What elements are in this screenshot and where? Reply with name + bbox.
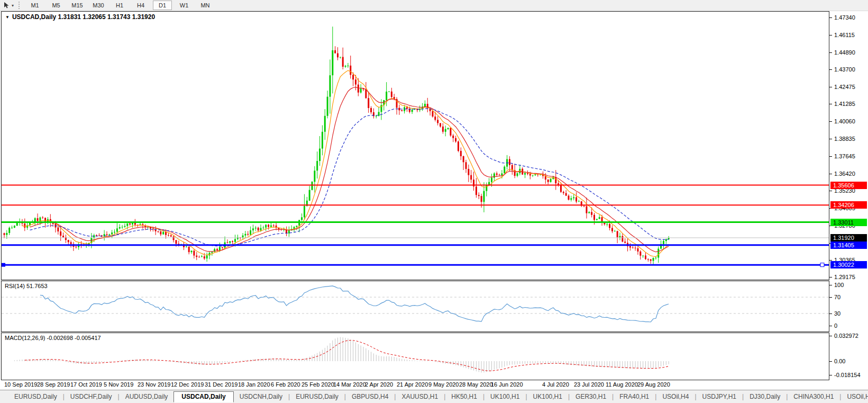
bear-candle [188, 247, 190, 252]
timeframe-button-m1[interactable]: M1 [26, 1, 44, 10]
timeframe-button-m15[interactable]: M15 [68, 1, 86, 10]
time-axis[interactable]: 10 Sep 201928 Sep 201917 Oct 20195 Nov 2… [0, 380, 868, 390]
bull-candle [657, 248, 659, 257]
price-axis[interactable]: 1.473401.461151.448901.437001.424751.412… [829, 11, 868, 380]
bull-candle [270, 226, 272, 227]
date-label: 9 May 2020 [428, 381, 459, 388]
chart-tab-usoil-h4[interactable]: USOil,H4 [656, 391, 695, 402]
bull-candle [252, 228, 254, 230]
bull-candle [345, 66, 346, 67]
bear-candle [563, 192, 564, 193]
date-label: 21 Apr 2020 [397, 381, 428, 388]
chart-tab-xauusd-h1[interactable]: XAUUSD,H1 [396, 391, 444, 402]
bull-candle [132, 223, 133, 225]
chart-tab-uk100-h1[interactable]: UK100,H1 [485, 391, 525, 402]
bull-candle [501, 173, 502, 175]
price-tick-label: 1.41285 [834, 101, 855, 108]
bull-candle [186, 247, 187, 247]
toolbar-grip-handle[interactable] [19, 2, 22, 9]
bear-candle [645, 256, 646, 259]
price-tick-label: 1.44890 [834, 49, 855, 56]
bull-candle [524, 173, 526, 175]
macd-indicator-panel[interactable]: MACD(12,26,9) -0.002698 -0.005417 [1, 333, 829, 380]
timeframe-button-mn[interactable]: MN [196, 1, 214, 10]
bull-candle [11, 228, 13, 228]
bull-candle [332, 50, 333, 75]
bull-candle [486, 185, 487, 191]
price-level-label: 1.33011 [830, 219, 867, 226]
bear-candle [247, 234, 249, 235]
date-label: 28 Sep 2019 [37, 381, 70, 388]
rsi-indicator-panel[interactable]: RSI(14) 51.7653 [1, 281, 829, 332]
timeframe-button-m5[interactable]: M5 [47, 1, 65, 10]
chart-tab-audusd-daily[interactable]: AUDUSD,Daily [120, 391, 174, 402]
macd-tick-label: -0.018154 [834, 372, 861, 379]
timeframe-button-h4[interactable]: H4 [132, 1, 150, 10]
bear-candle [458, 141, 459, 151]
candlestick-chart[interactable] [2, 12, 829, 280]
line-drag-handle[interactable] [2, 263, 5, 267]
bear-candle [586, 206, 587, 213]
bear-candle [437, 120, 438, 123]
bull-candle [494, 174, 495, 178]
price-level-label: 1.34206 [830, 201, 867, 209]
timeframe-button-h1[interactable]: H1 [111, 1, 129, 10]
timeframe-button-m30[interactable]: M30 [89, 1, 107, 10]
chart-tab-usdcad-daily[interactable]: USDCAD,Daily [173, 391, 233, 402]
chart-title-text: USDCAD,Daily 1.31831 1.32065 1.31743 1.3… [12, 13, 155, 21]
bear-candle [398, 108, 400, 111]
chart-tab-fra40-h1[interactable]: FRA40,H1 [614, 391, 655, 402]
chart-tab-eurusd-daily[interactable]: EURUSD,Daily [290, 391, 344, 402]
line-drag-handle[interactable] [820, 263, 824, 267]
bull-candle [122, 227, 123, 227]
timeframe-buttons: M1M5M15M30H1H4D1W1MN [26, 1, 214, 10]
bear-candle [175, 240, 177, 244]
price-tick-mark [829, 35, 832, 35]
rsi-plot [2, 281, 829, 332]
bull-candle [386, 92, 387, 100]
bear-candle [624, 241, 626, 243]
chart-tab-eurusd-daily[interactable]: EURUSD,Daily [8, 391, 63, 402]
bull-candle [596, 219, 598, 220]
dropdown-caret-icon[interactable]: ▾ [12, 3, 14, 8]
bull-candle [347, 66, 349, 66]
price-chart-panel[interactable]: ▼USDCAD,Daily 1.31831 1.32065 1.31743 1.… [1, 11, 829, 280]
bear-candle [62, 236, 64, 237]
chart-tab-gbpusd-h4[interactable]: GBPUSD,H4 [346, 391, 394, 402]
price-tick-mark [829, 104, 832, 104]
price-tick-mark [829, 260, 832, 261]
bear-candle [450, 128, 451, 135]
bear-candle [575, 197, 577, 201]
bear-candle [560, 185, 562, 192]
timeframe-button-w1[interactable]: W1 [175, 1, 193, 10]
price-level-label: 1.35606 [830, 182, 867, 189]
bear-candle [547, 180, 549, 182]
bear-candle [134, 223, 136, 225]
chart-tab-hk50-h1[interactable]: HK50,H1 [445, 391, 483, 402]
chart-tab-ger30-h1[interactable]: GER30,H1 [570, 391, 612, 402]
bear-candle [637, 248, 638, 252]
bull-candle [340, 57, 341, 58]
bull-candle [16, 222, 18, 226]
bull-candle [116, 228, 118, 231]
collapse-triangle-icon[interactable]: ▼ [5, 15, 10, 20]
chart-tab-uk100-h1[interactable]: UK100,H1 [527, 391, 568, 402]
chart-tab-usdchf-daily[interactable]: USDCHF,Daily [65, 391, 118, 402]
bear-candle [75, 247, 77, 247]
date-label: 4 Jul 2020 [542, 381, 569, 388]
chart-tab-usdcnh-daily[interactable]: USDCNH,Daily [234, 391, 288, 402]
macd-tick-mark [829, 375, 832, 375]
timeframe-button-d1[interactable]: D1 [153, 1, 172, 10]
rsi-tick-label: 30 [834, 310, 840, 317]
bear-candle [173, 237, 175, 240]
bear-candle [635, 248, 636, 248]
bull-candle [517, 173, 518, 176]
bear-candle [42, 218, 43, 218]
cursor-icon[interactable] [2, 1, 11, 10]
chart-tab-dj30-daily[interactable]: DJ30,Daily [744, 391, 786, 402]
chart-tab-usdjpy-h1[interactable]: USDJPY,H1 [697, 391, 742, 402]
chart-tabs-bar: EURUSD,Daily|USDCHF,Daily|AUDUSD,DailyUS… [0, 390, 868, 403]
chart-tab-china300-h1[interactable]: CHINA300,H1 [788, 391, 839, 402]
bear-candle [609, 224, 610, 228]
chart-tab-usoil-h1[interactable]: USOil,H1 [841, 391, 868, 402]
